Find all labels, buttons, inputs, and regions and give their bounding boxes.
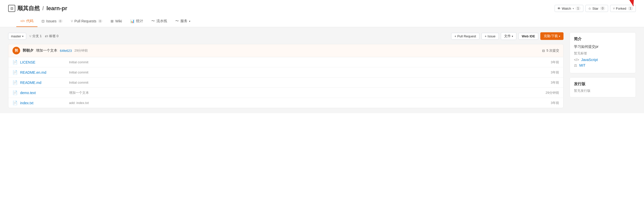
branch-name: master [11,34,21,38]
star-button[interactable]: ☆ Star 0 [585,5,608,12]
watch-count: 1 [575,6,581,10]
file-icon-demo: 📄 [12,90,17,95]
license-row: ⚖ MIT [574,63,632,67]
file-name-demo[interactable]: demo.text [20,91,66,95]
watch-dropdown-icon: ▾ [573,7,574,10]
file-row: 📄 index.txt add: index.txt 3年前 [8,98,563,108]
fork-count: 1 [628,6,633,10]
tag-icon: 🏷 [45,34,48,38]
file-name-readme[interactable]: README.md [20,81,66,85]
file-name-index[interactable]: index.txt [20,101,66,105]
clone-dropdown-icon: ▾ [559,35,560,38]
tags-info: 🏷 标签 0 [45,34,59,38]
repo-separator: / [42,5,44,12]
watch-label: Watch [562,7,571,10]
issues-badge: 0 [58,19,63,23]
star-icon: ☆ [588,7,591,10]
toolbar-right: + Pull Request + Issue 文件 ▾ Web IDE 克隆/下… [451,32,564,40]
branches-label: 分支 1 [32,34,42,38]
file-name-license[interactable]: LICENSE [20,60,66,64]
repo-nav: </> 代码 ⊡ Issues 0 ⑂ Pull Requests 0 ⊞ Wi… [8,16,636,27]
pull-request-label: + Pull Request [454,34,476,38]
commits-count: 5 次提交 [546,48,559,53]
commits-icon: ⊟ [542,49,545,53]
issue-label: + Issue [485,34,495,38]
issue-button[interactable]: + Issue [481,33,499,40]
commit-bar-right[interactable]: ⊟ 5 次提交 [542,48,559,53]
star-count: 0 [600,6,605,10]
file-dropdown-icon: ▾ [512,35,513,38]
tab-wiki[interactable]: ⊞ Wiki [106,16,126,27]
file-commit-demo: 增加一个文本 [69,91,536,95]
repo-sidebar: 简介 学习如何提交pr 暂无标签 </> JavaScript ⚖ MIT 发行… [570,32,636,108]
commit-hash[interactable]: 64fe623 [60,49,72,53]
language-row: </> JavaScript [574,58,632,62]
releases-title: 发行版 [574,82,632,86]
issues-tab-label: Issues [46,19,56,23]
repo-main: master ▾ ⑂ 分支 1 🏷 标签 0 [8,32,564,108]
tab-pipeline[interactable]: 〜 流水线 [147,16,171,27]
wiki-icon: ⊞ [111,19,114,23]
branch-meta: ⑂ 分支 1 🏷 标签 0 [29,34,59,38]
tab-stats[interactable]: 📊 统计 [126,16,147,27]
service-dropdown-icon: ▾ [189,20,190,23]
language-label[interactable]: JavaScript [581,58,598,62]
no-releases-label: 暂无发行版 [574,88,632,93]
pipeline-icon: 〜 [151,19,155,23]
file-time-readme-en: 3年前 [539,70,559,75]
file-commit-license: Initial commit [69,60,536,64]
forked-button[interactable]: ⑂ Forked 1 [610,5,636,12]
clone-button[interactable]: 克隆/下载 ▾ [540,32,564,40]
stats-tab-label: 统计 [136,19,143,23]
file-row: 📄 LICENSE Initial commit 3年前 [8,57,563,67]
issues-icon: ⊡ [42,19,45,23]
file-icon-readme-en: 📄 [12,70,17,75]
file-time-index: 3年前 [539,101,559,105]
watch-icon: 👁 [557,7,561,10]
file-time-license: 3年前 [539,60,559,65]
pipeline-tab-label: 流水线 [156,19,167,23]
branch-dropdown-icon: ▾ [22,35,23,38]
tab-issues[interactable]: ⊡ Issues 0 [37,16,67,27]
repo-owner[interactable]: 顺其自然 [17,5,40,12]
webide-button[interactable]: Web IDE [518,33,539,40]
repo-description: 学习如何提交pr [574,44,632,49]
code-icon: </> [20,19,25,23]
repo-name[interactable]: learn-pr [46,5,67,12]
file-name-readme-en[interactable]: README.en.md [20,70,66,74]
watch-button[interactable]: 👁 Watch ▾ 1 [555,5,583,12]
tab-pull-requests[interactable]: ⑂ Pull Requests 0 [67,16,107,27]
language-icon: </> [574,58,579,62]
tab-code[interactable]: </> 代码 [16,16,37,27]
pull-request-button[interactable]: + Pull Request [451,33,479,40]
header-actions: 👁 Watch ▾ 1 ☆ Star 0 ⑂ Forked 1 [555,5,636,12]
author-avatar[interactable]: 郭 [12,47,20,54]
file-commit-readme-en: Initial commit [69,70,536,74]
service-icon: 〜 [175,19,179,23]
intro-title: 简介 [574,37,632,41]
file-button[interactable]: 文件 ▾ [501,32,516,40]
service-tab-label: 服务 [180,19,187,23]
file-row: 📄 README.en.md Initial commit 3年前 [8,67,563,78]
repo-title: ⊡ 顺其自然 / learn-pr [8,5,67,12]
file-row: 📄 README.md Initial commit 3年前 [8,78,563,88]
stats-icon: 📊 [130,19,135,23]
wiki-tab-label: Wiki [115,19,122,23]
file-table: 📄 LICENSE Initial commit 3年前 📄 README.en… [8,57,564,108]
branches-info: ⑂ 分支 1 [29,34,42,38]
toolbar-left: master ▾ ⑂ 分支 1 🏷 标签 0 [8,33,58,40]
commit-time: 29分钟前 [74,48,88,53]
commit-author[interactable]: 郭朝夕 [23,48,33,53]
pr-icon: ⑂ [71,19,73,23]
pr-tab-label: Pull Requests [74,19,96,23]
releases-section: 发行版 暂无发行版 [570,77,636,97]
license-label[interactable]: MIT [579,63,585,67]
forked-label: Forked [616,7,626,10]
license-icon: ⚖ [574,63,577,67]
no-tags-label: 暂无标签 [574,51,632,56]
branch-selector[interactable]: master ▾ [8,33,26,40]
branch-fork-icon: ⑂ [29,34,31,38]
file-label: 文件 [504,34,511,38]
tab-service[interactable]: 〜 服务 ▾ [171,16,194,27]
fork-icon: ⑂ [613,7,615,10]
